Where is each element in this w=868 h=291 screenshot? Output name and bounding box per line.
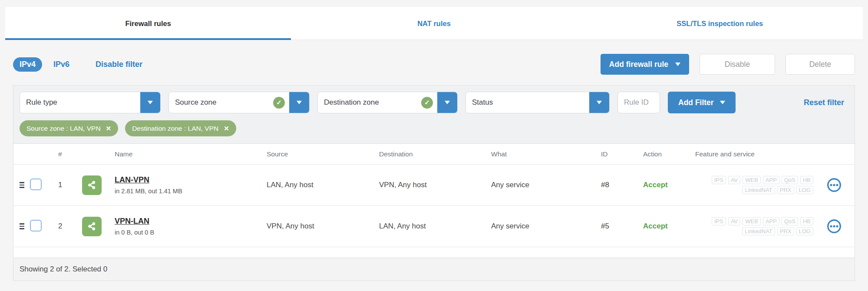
cell-source: LAN, Any host [246,181,363,189]
feature-badge-av: AV [728,217,740,225]
feature-badge-ips: IPS [712,176,726,184]
cell-rule-id: #8 [587,181,630,189]
table-row: 1 LAN-VPN in 2.81 MB, out 1.41 MB LAN, A… [13,165,855,206]
status-label: Status [466,98,589,107]
chevron-down-icon[interactable] [437,92,457,113]
chip-label: Source zone : LAN, VPN [26,125,101,132]
chevron-down-icon[interactable] [289,92,309,113]
add-filter-button[interactable]: Add Filter [668,92,736,113]
source-zone-label: Source zone [169,98,273,107]
cell-destination: VPN, Any host [363,181,478,189]
rule-id-input[interactable] [617,92,660,113]
rule-name-link[interactable]: VPN-LAN [115,217,246,226]
cell-action: Accept [630,181,676,189]
source-zone-dropdown[interactable]: Source zone ✓ [168,92,310,113]
add-firewall-rule-button[interactable]: Add firewall rule [601,54,689,75]
feature-badge-linkednat: LinkedNAT [742,227,775,235]
disable-filter-link[interactable]: Disable filter [96,60,142,69]
rule-name-link[interactable]: LAN-VPN [115,175,246,185]
feature-badge-app: APP [763,176,779,184]
feature-badge-prx: PRX [777,186,794,194]
table-header-row: # Name Source Destination What ID Action… [13,144,855,165]
feature-badge-hb: HB [800,217,813,225]
header-name: Name [102,150,246,158]
cell-rule-id: #5 [587,222,630,231]
feature-badge-web: WEB [743,176,761,184]
rules-table: # Name Source Destination What ID Action… [13,143,855,258]
feature-badge-web: WEB [743,217,761,225]
add-firewall-rule-label: Add firewall rule [609,60,668,69]
feature-badge-app: APP [763,217,779,225]
rule-traffic-stats: in 2.81 MB, out 1.41 MB [115,188,246,195]
table-footer-status: Showing 2 of 2. Selected 0 [13,258,855,281]
share-rule-icon[interactable] [82,175,102,195]
header-action: Action [630,150,676,158]
feature-badge-prx: PRX [777,227,794,235]
chevron-down-icon[interactable] [589,92,609,113]
table-row: 2 VPN-LAN in 0 B, out 0 B VPN, Any host … [13,206,855,247]
destination-zone-filter-chip[interactable]: Destination zone : LAN, VPN ✕ [125,120,236,136]
row-checkbox[interactable] [30,179,42,190]
status-dropdown[interactable]: Status [465,92,610,113]
tab-nat-rules[interactable]: NAT rules [291,7,577,40]
drag-handle-icon[interactable] [20,182,26,188]
ipv4-toggle[interactable]: IPv4 [13,57,42,72]
filter-chips: Source zone : LAN, VPN ✕ Destination zon… [13,113,855,143]
cell-source: VPN, Any host [246,222,363,231]
firewall-rules-panel: Rule type Source zone ✓ Destination zone… [13,85,855,281]
feature-badge-av: AV [728,176,740,184]
header-feature-service: Feature and service [676,150,813,158]
feature-badge-qos: QoS [782,217,798,225]
cell-what: Any service [478,181,587,189]
chevron-down-icon [675,63,680,66]
header-what: What [478,150,587,158]
row-checkbox[interactable] [30,220,42,231]
row-number: 2 [46,222,70,231]
toolbar: IPv4 IPv6 Disable filter Add firewall ru… [0,40,868,85]
rule-traffic-stats: in 0 B, out 0 B [115,229,246,236]
rule-type-dropdown[interactable]: Rule type [20,92,161,113]
source-zone-filter-chip[interactable]: Source zone : LAN, VPN ✕ [20,120,118,136]
filter-applied-check-icon: ✓ [421,97,433,109]
chevron-down-icon [720,101,725,104]
feature-badge-qos: QoS [782,176,798,184]
header-destination: Destination [363,150,478,158]
feature-badges: IPS AV WEB APP QoS HB LinkedNAT PRX LOG [676,217,813,235]
feature-badges: IPS AV WEB APP QoS HB LinkedNAT PRX LOG [676,176,813,194]
cell-destination: LAN, Any host [363,222,478,231]
cell-what: Any service [478,222,587,231]
tab-ssl-tls-inspection-rules[interactable]: SSL/TLS inspection rules [577,7,863,40]
row-menu-ellipsis-icon[interactable] [813,218,855,234]
chevron-down-glyph [297,101,302,104]
chevron-down-glyph [445,101,450,104]
toolbar-actions: Add firewall rule Disable Delete [601,54,855,75]
disable-button[interactable]: Disable [700,54,775,75]
delete-button[interactable]: Delete [785,54,855,75]
filter-applied-check-icon: ✓ [273,97,285,109]
filter-bar: Rule type Source zone ✓ Destination zone… [13,86,855,113]
ipv6-toggle[interactable]: IPv6 [53,60,69,69]
feature-badge-linkednat: LinkedNAT [742,186,775,194]
chevron-down-glyph [148,101,153,104]
row-menu-ellipsis-icon[interactable] [813,177,855,193]
header-source: Source [246,150,363,158]
header-id: ID [587,150,630,158]
chevron-down-glyph [597,101,602,104]
tab-bar: Firewall rules NAT rules SSL/TLS inspect… [5,7,863,40]
feature-badge-ips: IPS [712,217,726,225]
reset-filter-link[interactable]: Reset filter [804,98,848,107]
close-icon[interactable]: ✕ [224,125,229,132]
feature-badge-log: LOG [796,227,813,235]
chevron-down-icon[interactable] [140,92,160,113]
share-rule-icon[interactable] [82,217,102,236]
row-number: 1 [46,181,70,189]
cell-action: Accept [630,222,676,231]
destination-zone-dropdown[interactable]: Destination zone ✓ [317,92,458,113]
table-spacer [13,247,855,258]
tab-firewall-rules[interactable]: Firewall rules [5,7,291,40]
feature-badge-hb: HB [800,176,813,184]
header-num: # [46,150,70,158]
drag-handle-icon[interactable] [20,223,26,229]
close-icon[interactable]: ✕ [106,125,112,132]
add-filter-label: Add Filter [678,98,714,107]
